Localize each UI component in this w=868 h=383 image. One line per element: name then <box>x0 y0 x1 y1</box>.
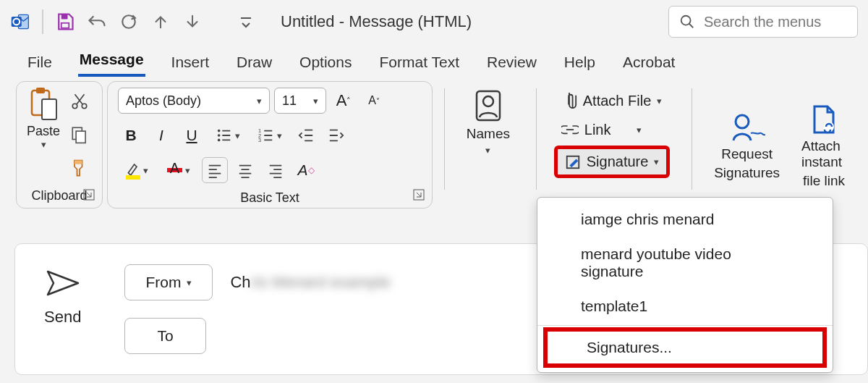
grow-font-icon[interactable]: A˄ <box>331 88 357 114</box>
to-field[interactable] <box>219 319 451 353</box>
bullets-button[interactable]: ▾ <box>209 122 247 148</box>
arrow-down-icon[interactable] <box>182 12 203 32</box>
decrease-indent-icon[interactable] <box>293 122 319 148</box>
window-title: Untitled - Message (HTML) <box>268 12 472 31</box>
svg-point-11 <box>82 104 87 109</box>
svg-point-16 <box>217 130 220 132</box>
group-basictext: Aptos (Body)▾ 11▾ A˄ A˅ B I U ▾ 123▾ <box>107 81 433 209</box>
signature-item-0[interactable]: iamge chris menard <box>537 202 833 237</box>
paste-icon[interactable] <box>27 86 59 124</box>
request-signatures-button[interactable]: Request Signatures <box>710 84 784 209</box>
italic-button[interactable]: I <box>148 122 174 148</box>
paste-label: Paste <box>27 124 60 139</box>
arrow-up-icon[interactable] <box>150 12 171 32</box>
basictext-launcher-icon[interactable] <box>413 189 426 202</box>
group-basictext-title: Basic Text <box>118 188 422 210</box>
align-right-icon[interactable] <box>263 157 289 183</box>
separator <box>42 9 43 34</box>
shrink-font-icon[interactable]: A˅ <box>361 88 387 114</box>
tab-insert[interactable]: Insert <box>170 51 211 77</box>
qat-customize-icon[interactable] <box>236 12 256 32</box>
align-center-icon[interactable] <box>232 157 258 183</box>
svg-rect-14 <box>75 161 82 164</box>
clear-formatting-icon[interactable]: A◇ <box>293 157 319 183</box>
send-label[interactable]: Send <box>44 308 81 327</box>
group-include: Attach File ▾ Link ▾ Signature ▾ <box>544 81 681 209</box>
group-clipboard: Paste ▾ Clipboard <box>16 81 103 209</box>
cut-icon[interactable] <box>67 89 92 114</box>
tab-help[interactable]: Help <box>563 51 597 77</box>
tab-review[interactable]: Review <box>485 51 538 77</box>
search-input[interactable] <box>704 14 868 30</box>
increase-indent-icon[interactable] <box>323 122 349 148</box>
group-names: Names ▾ <box>452 81 524 209</box>
format-painter-icon[interactable] <box>67 156 92 180</box>
paste-dropdown[interactable]: ▾ <box>41 139 46 150</box>
svg-rect-9 <box>42 99 56 119</box>
svg-rect-3 <box>61 14 68 20</box>
signature-item-1[interactable]: menard youtube video signature <box>537 237 833 289</box>
tab-file[interactable]: File <box>26 51 54 77</box>
tab-draw[interactable]: Draw <box>235 51 273 77</box>
numbering-button[interactable]: 123▾ <box>251 122 289 148</box>
svg-point-18 <box>217 139 220 142</box>
svg-point-6 <box>681 16 691 25</box>
attach-instant-link-button[interactable]: Attach instant file link <box>797 84 851 209</box>
attach-file-button[interactable]: Attach File ▾ <box>554 87 671 114</box>
to-button[interactable]: To <box>124 318 205 354</box>
from-value: Chris Menard example <box>226 266 394 299</box>
group-adobe: Request Signatures Attach instant file l… <box>699 81 861 209</box>
tab-options[interactable]: Options <box>298 51 353 77</box>
outlook-icon <box>10 12 30 32</box>
svg-rect-4 <box>61 23 69 28</box>
highlight-button[interactable]: ▾ <box>118 157 156 183</box>
search-icon <box>679 14 695 30</box>
undo-icon[interactable] <box>87 12 107 32</box>
svg-text:3: 3 <box>258 137 261 143</box>
svg-rect-8 <box>36 88 45 93</box>
copy-icon[interactable] <box>67 122 92 147</box>
group-clipboard-title: Clipboard <box>27 185 92 208</box>
ribbon-divider <box>444 88 445 190</box>
from-button[interactable]: From ▾ <box>124 264 213 300</box>
ribbon-divider <box>692 88 692 190</box>
tab-formattext[interactable]: Format Text <box>378 51 460 77</box>
svg-point-5 <box>122 15 135 28</box>
ribbon-divider <box>536 88 537 190</box>
svg-point-24 <box>483 96 493 106</box>
font-name-combo[interactable]: Aptos (Body)▾ <box>118 88 270 114</box>
svg-point-26 <box>736 115 749 128</box>
align-left-icon[interactable] <box>202 157 228 183</box>
names-button[interactable]: Names ▾ <box>462 85 514 159</box>
underline-button[interactable]: U <box>179 122 205 148</box>
signature-button[interactable]: Signature ▾ <box>554 146 671 178</box>
tab-message[interactable]: Message <box>78 48 145 77</box>
link-button[interactable]: Link ▾ <box>554 117 671 143</box>
signature-item-2[interactable]: template1 <box>537 289 833 324</box>
menu-separator <box>537 325 833 326</box>
bold-button[interactable]: B <box>118 122 144 148</box>
clipboard-launcher-icon[interactable] <box>83 189 96 202</box>
svg-rect-13 <box>76 131 85 143</box>
search-box[interactable] <box>668 6 858 38</box>
signatures-more[interactable]: Signatures... <box>543 327 827 368</box>
font-size-combo[interactable]: 11▾ <box>274 88 326 114</box>
svg-point-17 <box>217 134 220 137</box>
redo-icon[interactable] <box>119 12 139 32</box>
send-icon[interactable] <box>45 269 81 298</box>
font-color-button[interactable]: A▾ <box>160 157 197 183</box>
tab-acrobat[interactable]: Acrobat <box>621 51 676 77</box>
signature-menu: iamge chris menard menard youtube video … <box>537 197 833 373</box>
ribbon-tabs: File Message Insert Draw Options Format … <box>0 43 868 77</box>
svg-point-10 <box>72 104 77 109</box>
save-icon[interactable] <box>55 12 75 32</box>
